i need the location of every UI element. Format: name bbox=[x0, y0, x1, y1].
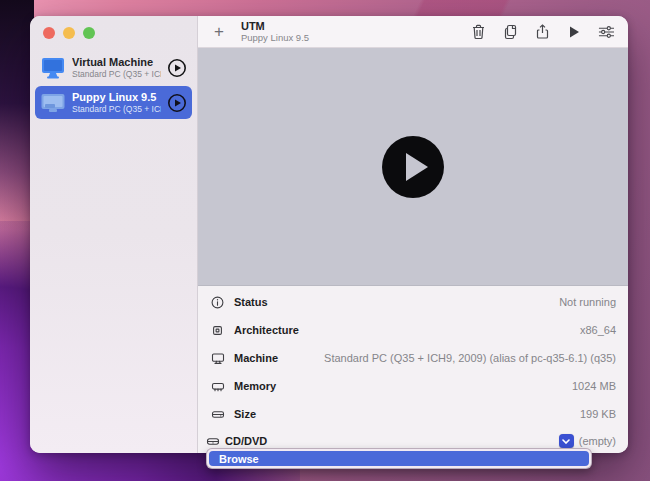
selected-vm-subtitle: Puppy Linux 9.5 bbox=[241, 32, 309, 43]
app-title: UTM bbox=[241, 20, 309, 32]
toolbar-title-block: UTM Puppy Linux 9.5 bbox=[241, 20, 309, 43]
minimize-window-button[interactable] bbox=[63, 27, 75, 39]
start-vm-play-button[interactable] bbox=[382, 136, 444, 198]
close-window-button[interactable] bbox=[43, 27, 55, 39]
detail-value: Standard PC (Q35 + ICH9, 2009) (alias of… bbox=[324, 352, 616, 364]
settings-sliders-icon[interactable] bbox=[598, 24, 614, 40]
detail-label: Memory bbox=[234, 380, 276, 392]
vm-display-icon bbox=[40, 57, 66, 79]
cd-dvd-dropdown-button[interactable] bbox=[559, 434, 574, 448]
vm-run-icon[interactable] bbox=[167, 58, 187, 78]
cd-dvd-value: (empty) bbox=[579, 435, 616, 447]
drive-icon bbox=[210, 407, 225, 422]
vm-item-text: Puppy Linux 9.5 Standard PC (Q35 + ICH… bbox=[72, 91, 161, 114]
detail-label: CD/DVD bbox=[225, 435, 267, 447]
vm-list: Virtual Machine Standard PC (Q35 + ICH… bbox=[30, 51, 197, 119]
add-vm-button[interactable]: + bbox=[214, 23, 224, 40]
detail-value: x86_64 bbox=[580, 324, 616, 336]
vm-name: Virtual Machine bbox=[72, 56, 161, 69]
display-icon bbox=[210, 351, 225, 366]
window-controls bbox=[30, 16, 197, 39]
info-icon bbox=[210, 295, 225, 310]
detail-row-size: Size 199 KB bbox=[210, 400, 616, 428]
toolbar-actions bbox=[470, 24, 614, 40]
vm-spec: Standard PC (Q35 + ICH… bbox=[72, 69, 161, 79]
vm-details-panel: Status Not running Architecture x86_64 M… bbox=[198, 285, 628, 453]
vm-run-icon[interactable] bbox=[167, 93, 187, 113]
detail-label: Status bbox=[234, 296, 268, 308]
detail-row-machine: Machine Standard PC (Q35 + ICH9, 2009) (… bbox=[210, 344, 616, 372]
cpu-icon bbox=[210, 323, 225, 338]
vm-screenshot-thumbnail bbox=[40, 92, 66, 114]
detail-row-architecture: Architecture x86_64 bbox=[210, 316, 616, 344]
vm-preview-area bbox=[198, 48, 628, 285]
toolbar: + UTM Puppy Linux 9.5 bbox=[198, 16, 628, 48]
share-icon[interactable] bbox=[534, 24, 550, 40]
detail-value: 199 KB bbox=[580, 408, 616, 420]
vm-sidebar: Virtual Machine Standard PC (Q35 + ICH… bbox=[30, 16, 198, 453]
memory-icon bbox=[210, 379, 225, 394]
wallpaper-dark-corner bbox=[0, 0, 34, 230]
detail-label: Machine bbox=[234, 352, 278, 364]
detail-label: Architecture bbox=[234, 324, 299, 336]
vm-list-item-virtual-machine[interactable]: Virtual Machine Standard PC (Q35 + ICH… bbox=[35, 51, 192, 84]
detail-value: Not running bbox=[559, 296, 616, 308]
detail-label: Size bbox=[234, 408, 256, 420]
detail-value: 1024 MB bbox=[572, 380, 616, 392]
detail-row-status: Status Not running bbox=[210, 288, 616, 316]
menu-item-browse[interactable]: Browse bbox=[209, 451, 589, 466]
trash-icon[interactable] bbox=[470, 24, 486, 40]
zoom-window-button[interactable] bbox=[83, 27, 95, 39]
vm-list-item-puppy-linux[interactable]: Puppy Linux 9.5 Standard PC (Q35 + ICH… bbox=[35, 86, 192, 119]
vm-name: Puppy Linux 9.5 bbox=[72, 91, 161, 104]
cd-dvd-controls: (empty) bbox=[559, 434, 616, 448]
run-vm-icon[interactable] bbox=[566, 24, 582, 40]
vm-spec: Standard PC (Q35 + ICH… bbox=[72, 104, 161, 114]
detail-row-memory: Memory 1024 MB bbox=[210, 372, 616, 400]
cd-dvd-dropdown-menu: Browse bbox=[206, 448, 592, 469]
utm-window: Virtual Machine Standard PC (Q35 + ICH… bbox=[30, 16, 628, 453]
cd-drive-icon bbox=[205, 434, 220, 449]
vm-item-text: Virtual Machine Standard PC (Q35 + ICH… bbox=[72, 56, 161, 79]
duplicate-icon[interactable] bbox=[502, 24, 518, 40]
